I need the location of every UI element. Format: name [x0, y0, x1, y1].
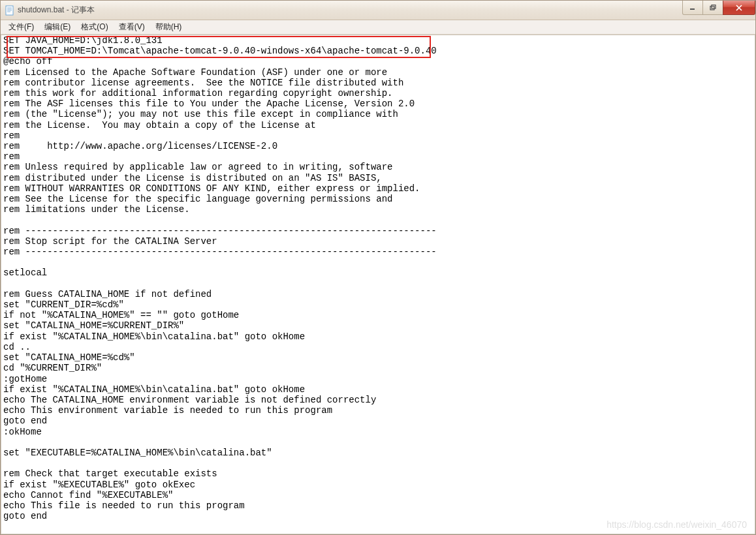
notepad-icon [5, 5, 15, 16]
window-title: shutdown.bat - 记事本 [18, 5, 95, 16]
menu-file[interactable]: 文件(F) [3, 20, 39, 34]
window-controls [683, 1, 755, 15]
maximize-button[interactable] [702, 1, 723, 15]
titlebar[interactable]: shutdown.bat - 记事本 [1, 1, 755, 20]
menu-format[interactable]: 格式(O) [76, 20, 113, 34]
svg-rect-7 [712, 5, 716, 8]
editor-area: SET JAVA_HOME=D:\jdk1.8.0_131 SET TOMCAT… [1, 35, 755, 534]
menubar: 文件(F) 编辑(E) 格式(O) 查看(V) 帮助(H) [1, 20, 755, 35]
notepad-window: shutdown.bat - 记事本 文件(F) 编辑(E) 格式(O) 查看(… [0, 0, 756, 535]
menu-help[interactable]: 帮助(H) [150, 20, 187, 34]
menu-view[interactable]: 查看(V) [114, 20, 150, 34]
close-button[interactable] [723, 1, 755, 15]
svg-rect-6 [710, 6, 714, 10]
editor-scroll[interactable]: SET JAVA_HOME=D:\jdk1.8.0_131 SET TOMCAT… [1, 35, 755, 534]
menu-edit[interactable]: 编辑(E) [39, 20, 76, 34]
minimize-button[interactable] [682, 1, 703, 15]
editor-content[interactable]: SET JAVA_HOME=D:\jdk1.8.0_131 SET TOMCAT… [1, 35, 755, 521]
